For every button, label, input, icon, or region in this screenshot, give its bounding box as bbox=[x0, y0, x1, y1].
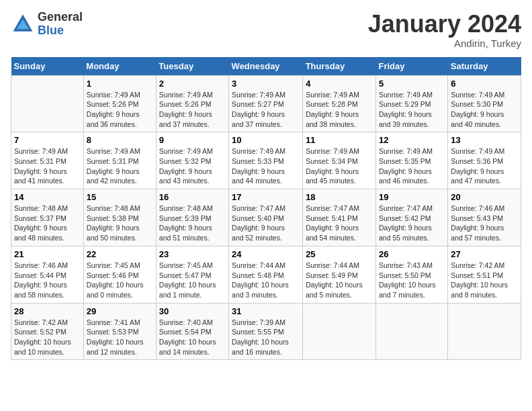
day-number: 27 bbox=[451, 249, 518, 259]
location-label: Andirin, Turkey bbox=[368, 38, 521, 49]
day-info: Sunrise: 7:49 AM Sunset: 5:26 PM Dayligh… bbox=[159, 90, 226, 130]
day-number: 21 bbox=[14, 249, 81, 259]
day-info: Sunrise: 7:49 AM Sunset: 5:33 PM Dayligh… bbox=[232, 146, 300, 186]
logo-general-label: General bbox=[38, 11, 83, 24]
day-number: 20 bbox=[451, 192, 518, 202]
month-title: January 2024 bbox=[368, 11, 521, 38]
calendar-cell: 5Sunrise: 7:49 AM Sunset: 5:29 PM Daylig… bbox=[375, 75, 447, 132]
weekday-header-saturday: Saturday bbox=[448, 57, 521, 76]
calendar-cell: 18Sunrise: 7:47 AM Sunset: 5:41 PM Dayli… bbox=[303, 189, 376, 246]
day-info: Sunrise: 7:44 AM Sunset: 5:49 PM Dayligh… bbox=[306, 261, 373, 300]
calendar-week-row: 1Sunrise: 7:49 AM Sunset: 5:26 PM Daylig… bbox=[11, 75, 521, 132]
day-number: 25 bbox=[306, 249, 373, 259]
day-number: 15 bbox=[87, 192, 153, 202]
calendar-cell: 24Sunrise: 7:44 AM Sunset: 5:48 PM Dayli… bbox=[229, 246, 303, 303]
day-info: Sunrise: 7:44 AM Sunset: 5:48 PM Dayligh… bbox=[232, 261, 300, 300]
day-number: 18 bbox=[306, 192, 373, 202]
weekday-header-thursday: Thursday bbox=[303, 57, 376, 76]
day-info: Sunrise: 7:45 AM Sunset: 5:46 PM Dayligh… bbox=[87, 261, 153, 300]
weekday-header-tuesday: Tuesday bbox=[156, 57, 228, 76]
day-number: 2 bbox=[159, 79, 226, 89]
logo-blue-label: Blue bbox=[38, 24, 83, 38]
day-number: 19 bbox=[379, 192, 445, 202]
day-info: Sunrise: 7:43 AM Sunset: 5:50 PM Dayligh… bbox=[379, 261, 445, 300]
day-number: 14 bbox=[14, 192, 81, 202]
day-number: 26 bbox=[379, 249, 445, 259]
day-number: 23 bbox=[159, 249, 226, 259]
calendar-cell bbox=[375, 303, 447, 360]
day-number: 10 bbox=[232, 135, 300, 145]
day-info: Sunrise: 7:46 AM Sunset: 5:43 PM Dayligh… bbox=[451, 203, 518, 243]
day-info: Sunrise: 7:49 AM Sunset: 5:30 PM Dayligh… bbox=[451, 90, 518, 130]
calendar-cell: 17Sunrise: 7:47 AM Sunset: 5:40 PM Dayli… bbox=[229, 189, 303, 246]
calendar-cell: 1Sunrise: 7:49 AM Sunset: 5:26 PM Daylig… bbox=[83, 75, 156, 132]
calendar-cell: 14Sunrise: 7:48 AM Sunset: 5:37 PM Dayli… bbox=[11, 189, 84, 246]
weekday-header-monday: Monday bbox=[83, 57, 156, 76]
day-info: Sunrise: 7:42 AM Sunset: 5:52 PM Dayligh… bbox=[14, 318, 81, 357]
day-info: Sunrise: 7:49 AM Sunset: 5:31 PM Dayligh… bbox=[14, 146, 81, 186]
weekday-header-wednesday: Wednesday bbox=[229, 57, 303, 76]
logo-text: General Blue bbox=[38, 11, 83, 38]
calendar-cell: 29Sunrise: 7:41 AM Sunset: 5:53 PM Dayli… bbox=[83, 303, 156, 360]
day-number: 12 bbox=[379, 135, 445, 145]
calendar-cell: 11Sunrise: 7:49 AM Sunset: 5:34 PM Dayli… bbox=[303, 132, 376, 189]
calendar-cell: 30Sunrise: 7:40 AM Sunset: 5:54 PM Dayli… bbox=[156, 303, 228, 360]
calendar-cell: 10Sunrise: 7:49 AM Sunset: 5:33 PM Dayli… bbox=[229, 132, 303, 189]
day-info: Sunrise: 7:46 AM Sunset: 5:44 PM Dayligh… bbox=[14, 261, 81, 300]
day-info: Sunrise: 7:40 AM Sunset: 5:54 PM Dayligh… bbox=[159, 318, 226, 357]
calendar-cell bbox=[448, 303, 521, 360]
day-number: 31 bbox=[232, 306, 300, 316]
weekday-header-friday: Friday bbox=[375, 57, 447, 76]
day-number: 8 bbox=[87, 135, 153, 145]
day-info: Sunrise: 7:49 AM Sunset: 5:35 PM Dayligh… bbox=[379, 146, 445, 186]
calendar-cell: 20Sunrise: 7:46 AM Sunset: 5:43 PM Dayli… bbox=[448, 189, 521, 246]
calendar-cell: 3Sunrise: 7:49 AM Sunset: 5:27 PM Daylig… bbox=[229, 75, 303, 132]
day-info: Sunrise: 7:47 AM Sunset: 5:41 PM Dayligh… bbox=[306, 203, 373, 243]
calendar-week-row: 14Sunrise: 7:48 AM Sunset: 5:37 PM Dayli… bbox=[11, 189, 521, 246]
calendar-cell: 19Sunrise: 7:47 AM Sunset: 5:42 PM Dayli… bbox=[375, 189, 447, 246]
calendar-table: SundayMondayTuesdayWednesdayThursdayFrid… bbox=[11, 57, 521, 361]
day-number: 11 bbox=[306, 135, 373, 145]
calendar-cell: 26Sunrise: 7:43 AM Sunset: 5:50 PM Dayli… bbox=[375, 246, 447, 303]
day-info: Sunrise: 7:49 AM Sunset: 5:26 PM Dayligh… bbox=[87, 90, 153, 130]
day-info: Sunrise: 7:49 AM Sunset: 5:34 PM Dayligh… bbox=[306, 146, 373, 186]
day-info: Sunrise: 7:49 AM Sunset: 5:28 PM Dayligh… bbox=[306, 90, 373, 130]
day-number: 16 bbox=[159, 192, 226, 202]
calendar-cell: 25Sunrise: 7:44 AM Sunset: 5:49 PM Dayli… bbox=[303, 246, 376, 303]
calendar-cell bbox=[11, 75, 84, 132]
day-info: Sunrise: 7:49 AM Sunset: 5:32 PM Dayligh… bbox=[159, 146, 226, 186]
logo: General Blue bbox=[11, 11, 83, 38]
calendar-cell bbox=[303, 303, 376, 360]
calendar-cell: 13Sunrise: 7:49 AM Sunset: 5:36 PM Dayli… bbox=[448, 132, 521, 189]
day-info: Sunrise: 7:39 AM Sunset: 5:55 PM Dayligh… bbox=[232, 318, 300, 357]
day-info: Sunrise: 7:45 AM Sunset: 5:47 PM Dayligh… bbox=[159, 261, 226, 300]
calendar-cell: 7Sunrise: 7:49 AM Sunset: 5:31 PM Daylig… bbox=[11, 132, 84, 189]
calendar-cell: 23Sunrise: 7:45 AM Sunset: 5:47 PM Dayli… bbox=[156, 246, 228, 303]
calendar-week-row: 7Sunrise: 7:49 AM Sunset: 5:31 PM Daylig… bbox=[11, 132, 521, 189]
calendar-week-row: 28Sunrise: 7:42 AM Sunset: 5:52 PM Dayli… bbox=[11, 303, 521, 360]
calendar-cell: 8Sunrise: 7:49 AM Sunset: 5:31 PM Daylig… bbox=[83, 132, 156, 189]
day-info: Sunrise: 7:48 AM Sunset: 5:37 PM Dayligh… bbox=[14, 203, 81, 243]
calendar-week-row: 21Sunrise: 7:46 AM Sunset: 5:44 PM Dayli… bbox=[11, 246, 521, 303]
day-number: 30 bbox=[159, 306, 226, 316]
day-info: Sunrise: 7:48 AM Sunset: 5:38 PM Dayligh… bbox=[87, 203, 153, 243]
calendar-cell: 2Sunrise: 7:49 AM Sunset: 5:26 PM Daylig… bbox=[156, 75, 228, 132]
calendar-cell: 12Sunrise: 7:49 AM Sunset: 5:35 PM Dayli… bbox=[375, 132, 447, 189]
day-number: 22 bbox=[87, 249, 153, 259]
weekday-header-row: SundayMondayTuesdayWednesdayThursdayFrid… bbox=[11, 57, 521, 76]
logo-icon bbox=[11, 12, 35, 36]
calendar-cell: 28Sunrise: 7:42 AM Sunset: 5:52 PM Dayli… bbox=[11, 303, 84, 360]
day-number: 7 bbox=[14, 135, 81, 145]
day-number: 17 bbox=[232, 192, 300, 202]
calendar-cell: 27Sunrise: 7:42 AM Sunset: 5:51 PM Dayli… bbox=[448, 246, 521, 303]
day-info: Sunrise: 7:48 AM Sunset: 5:39 PM Dayligh… bbox=[159, 203, 226, 243]
day-info: Sunrise: 7:49 AM Sunset: 5:27 PM Dayligh… bbox=[232, 90, 300, 130]
day-number: 1 bbox=[87, 79, 153, 89]
day-number: 13 bbox=[451, 135, 518, 145]
day-number: 9 bbox=[159, 135, 226, 145]
calendar-cell: 16Sunrise: 7:48 AM Sunset: 5:39 PM Dayli… bbox=[156, 189, 228, 246]
calendar-cell: 22Sunrise: 7:45 AM Sunset: 5:46 PM Dayli… bbox=[83, 246, 156, 303]
calendar-cell: 15Sunrise: 7:48 AM Sunset: 5:38 PM Dayli… bbox=[83, 189, 156, 246]
day-info: Sunrise: 7:47 AM Sunset: 5:40 PM Dayligh… bbox=[232, 203, 300, 243]
day-number: 3 bbox=[232, 79, 300, 89]
